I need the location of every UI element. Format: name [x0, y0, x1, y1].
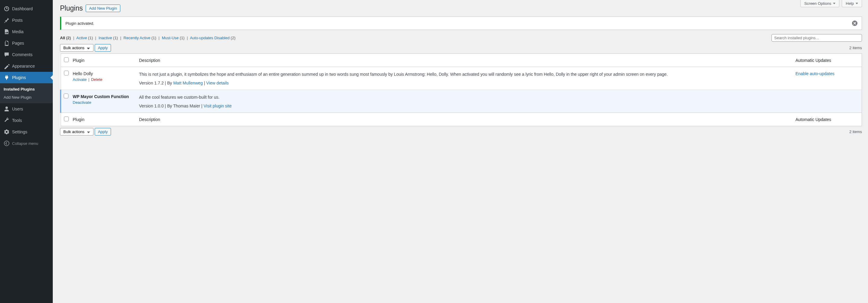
admin-sidebar: Dashboard Posts Media Pages Comments App…	[0, 0, 53, 303]
col-plugin-foot[interactable]: Plugin	[70, 113, 136, 126]
view-details-link[interactable]: View details	[206, 81, 228, 85]
comments-icon	[4, 52, 10, 58]
sidebar-item-settings[interactable]: Settings	[0, 126, 53, 138]
media-icon	[4, 29, 10, 35]
col-auto-updates[interactable]: Automatic Updates	[793, 54, 862, 67]
main-content: Screen Options Help Plugins Add New Plug…	[53, 0, 868, 303]
dashboard-icon	[4, 6, 10, 12]
row-actions: Activate | Delete	[73, 77, 133, 82]
sidebar-item-label: Appearance	[12, 64, 35, 68]
chevron-down-icon	[856, 3, 858, 4]
sidebar-item-posts[interactable]: Posts	[0, 14, 53, 26]
help-button[interactable]: Help	[842, 0, 862, 7]
collapse-label: Collapse menu	[12, 141, 38, 146]
col-plugin[interactable]: Plugin	[70, 54, 136, 67]
col-description[interactable]: Description	[136, 54, 793, 67]
row-checkbox[interactable]	[64, 71, 69, 75]
table-row: Hello Dolly Activate | Delete This is no…	[61, 67, 862, 90]
sidebar-item-users[interactable]: Users	[0, 103, 53, 115]
plugin-description: All the cool features we custom-built fo…	[139, 94, 789, 100]
activate-link[interactable]: Activate	[73, 77, 87, 82]
top-screen-buttons: Screen Options Help	[801, 0, 862, 7]
col-description-foot[interactable]: Description	[136, 113, 793, 126]
sidebar-item-media[interactable]: Media	[0, 26, 53, 37]
sidebar-item-appearance[interactable]: Appearance	[0, 60, 53, 72]
tablenav-bottom: Bulk actions Apply 2 items	[60, 128, 862, 135]
tablenav-top: Bulk actions Apply 2 items	[60, 44, 862, 52]
svg-point-0	[4, 141, 9, 146]
sidebar-subitem-addnew[interactable]: Add New Plugin	[0, 93, 53, 101]
sidebar-item-pages[interactable]: Pages	[0, 37, 53, 49]
page-title: Plugins	[60, 4, 83, 12]
sidebar-item-tools[interactable]: Tools	[0, 115, 53, 126]
pages-icon	[4, 40, 10, 46]
sidebar-item-dashboard[interactable]: Dashboard	[0, 3, 53, 14]
filter-links: All (2) | Active (1) | Inactive (1) | Re…	[60, 36, 236, 40]
users-icon	[4, 106, 10, 112]
author-link[interactable]: Matt Mullenweg	[173, 81, 203, 85]
sidebar-item-label: Media	[12, 29, 24, 34]
screen-options-label: Screen Options	[804, 1, 832, 6]
appearance-icon	[4, 63, 10, 69]
collapse-icon	[4, 140, 10, 146]
sidebar-item-label: Posts	[12, 18, 23, 23]
chevron-down-icon	[833, 3, 835, 4]
sidebar-item-label: Pages	[12, 41, 24, 46]
visit-plugin-site-link[interactable]: Visit plugin site	[204, 103, 231, 108]
sidebar-item-label: Dashboard	[12, 6, 33, 11]
filter-recently-active[interactable]: Recently Active (1)	[124, 36, 156, 40]
plugin-name: WP Mayor Custom Function	[73, 94, 133, 99]
notice-dismiss-button[interactable]	[852, 21, 858, 26]
notice-success: Plugin activated.	[60, 17, 862, 30]
plugin-description: This is not just a plugin, it symbolizes…	[139, 71, 789, 78]
sidebar-item-label: Settings	[12, 129, 27, 134]
bulk-apply-bottom[interactable]: Apply	[95, 128, 111, 135]
close-icon	[853, 22, 856, 25]
filter-all[interactable]: All (2)	[60, 36, 71, 40]
row-actions: Deactivate	[73, 100, 133, 105]
sidebar-item-plugins[interactable]: Plugins	[0, 72, 53, 83]
filter-autoupdates-disabled[interactable]: Auto-updates Disabled (2)	[190, 36, 236, 40]
plugin-meta: Version 1.0.0 | By Thomas Maier | Visit …	[139, 103, 789, 108]
items-count-top: 2 items	[849, 46, 862, 50]
filter-inactive[interactable]: Inactive (1)	[99, 36, 118, 40]
select-all-bottom[interactable]	[64, 117, 69, 121]
bulk-apply-top[interactable]: Apply	[95, 44, 111, 52]
filter-must-use[interactable]: Must-Use (1)	[162, 36, 185, 40]
search-input[interactable]	[772, 34, 862, 42]
sidebar-item-label: Plugins	[12, 75, 26, 80]
collapse-menu[interactable]: Collapse menu	[0, 138, 53, 149]
sidebar-item-label: Comments	[12, 52, 33, 57]
sidebar-item-comments[interactable]: Comments	[0, 49, 53, 60]
settings-icon	[4, 129, 10, 135]
help-label: Help	[846, 1, 854, 6]
select-all-top[interactable]	[64, 57, 69, 62]
filter-row: All (2) | Active (1) | Inactive (1) | Re…	[60, 34, 862, 42]
plugin-meta: Version 1.7.2 | By Matt Mullenweg | View…	[139, 81, 789, 85]
plugins-table: Plugin Description Automatic Updates Hel…	[60, 53, 862, 126]
search-box	[772, 34, 862, 42]
table-row: WP Mayor Custom Function Deactivate All …	[61, 90, 862, 113]
delete-link[interactable]: Delete	[91, 77, 102, 82]
sidebar-submenu-plugins: Installed Plugins Add New Plugin	[0, 83, 53, 103]
deactivate-link[interactable]: Deactivate	[73, 100, 91, 105]
filter-active[interactable]: Active (1)	[76, 36, 93, 40]
bulk-actions-select-top[interactable]: Bulk actions	[60, 44, 93, 52]
row-checkbox[interactable]	[64, 94, 68, 98]
plugins-icon	[4, 74, 10, 81]
add-new-plugin-button[interactable]: Add New Plugin	[86, 4, 120, 12]
pin-icon	[4, 17, 10, 23]
items-count-bottom: 2 items	[849, 129, 862, 134]
tools-icon	[4, 117, 10, 123]
page-header: Plugins Add New Plugin	[60, 0, 862, 12]
plugin-name: Hello Dolly	[73, 71, 133, 76]
notice-text: Plugin activated.	[65, 21, 94, 26]
enable-auto-updates-link[interactable]: Enable auto-updates	[796, 71, 835, 76]
sidebar-item-label: Users	[12, 107, 23, 111]
sidebar-item-label: Tools	[12, 118, 22, 123]
sidebar-subitem-installed[interactable]: Installed Plugins	[0, 85, 53, 93]
screen-options-button[interactable]: Screen Options	[801, 0, 840, 7]
bulk-actions-select-bottom[interactable]: Bulk actions	[60, 128, 93, 135]
col-auto-updates-foot[interactable]: Automatic Updates	[793, 113, 862, 126]
